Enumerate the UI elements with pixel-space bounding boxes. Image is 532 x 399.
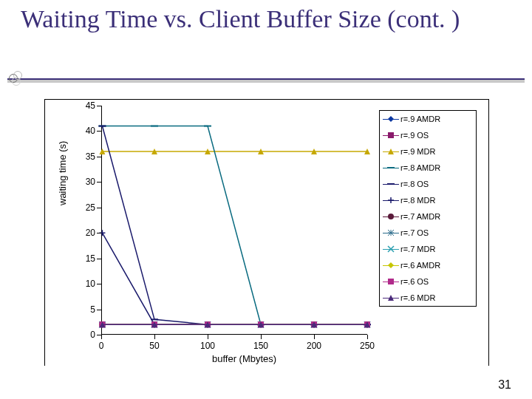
x-tick-label: 150 (253, 341, 268, 351)
legend-item: r=.7 MDR (380, 241, 476, 257)
legend-item: r=.6 AMDR (380, 257, 476, 273)
y-tick-label: 40 (86, 126, 95, 136)
legend-label: r=.6 MDR (399, 293, 473, 302)
legend-swatch (383, 276, 399, 287)
y-tick-label: 0 (90, 330, 95, 340)
y-tick (97, 233, 101, 233)
series-line (102, 126, 367, 325)
legend-item: r=.8 AMDR (380, 160, 476, 176)
svg-point-45 (388, 214, 394, 219)
y-tick-label: 45 (86, 100, 95, 111)
y-tick-label: 5 (90, 304, 95, 315)
legend-swatch (383, 244, 399, 254)
legend-swatch (383, 293, 399, 303)
legend-label: r=.7 AMDR (399, 212, 473, 221)
x-tick (154, 335, 155, 339)
svg-marker-44 (388, 149, 394, 154)
chart-frame: waiting time (s) buffer (Mbytes) 0510152… (44, 99, 489, 366)
legend-swatch (383, 163, 399, 173)
legend-item: r=.8 MDR (380, 192, 476, 208)
legend-label: r=.9 AMDR (399, 115, 473, 123)
svg-marker-42 (388, 116, 394, 122)
x-tick-label: 250 (360, 341, 375, 351)
decor-bubbles-icon (9, 71, 22, 84)
x-tick-label: 100 (200, 341, 215, 351)
legend-label: r=.9 OS (399, 131, 473, 140)
y-tick (97, 310, 101, 310)
legend-label: r=.8 AMDR (399, 163, 473, 172)
legend-item: r=.6 MDR (380, 290, 476, 306)
svg-marker-46 (388, 262, 394, 268)
legend-swatch (383, 179, 399, 189)
legend-label: r=.6 AMDR (399, 261, 473, 270)
x-axis-title: buffer (Mbytes) (212, 353, 276, 364)
y-tick-label: 25 (86, 202, 95, 213)
y-tick-label: 30 (86, 177, 95, 187)
x-tick (208, 335, 208, 339)
page-title: Waiting Time vs. Client Buffer Size (con… (21, 4, 517, 35)
legend-item: r=.7 OS (380, 225, 476, 241)
title-rule-shadow (7, 80, 525, 83)
legend-item: r=.9 AMDR (380, 111, 476, 127)
y-tick (97, 182, 101, 183)
legend-item: r=.9 OS (380, 127, 476, 143)
y-tick (97, 131, 101, 132)
legend-swatch (383, 228, 399, 238)
y-tick-label: 35 (86, 151, 95, 162)
legend-item: r=.6 OS (380, 273, 476, 290)
legend-label: r=.7 OS (399, 228, 473, 237)
legend-label: r=.8 MDR (399, 196, 473, 205)
y-tick (97, 106, 101, 106)
x-tick (101, 335, 102, 339)
legend-label: r=.6 OS (399, 277, 473, 286)
y-tick (97, 208, 101, 208)
y-tick-label: 20 (86, 228, 95, 238)
legend-label: r=.8 OS (399, 180, 473, 188)
y-tick (97, 157, 101, 157)
svg-marker-48 (388, 295, 394, 301)
legend-swatch (383, 130, 399, 140)
legend-swatch (383, 114, 399, 124)
y-tick (97, 284, 101, 284)
page-number: 31 (498, 378, 511, 392)
title-rule (7, 78, 525, 80)
x-tick-label: 200 (307, 341, 321, 351)
x-tick-label: 0 (99, 341, 104, 351)
svg-rect-47 (388, 279, 394, 284)
x-tick-label: 50 (149, 341, 159, 351)
x-tick (261, 335, 262, 339)
legend-item: r=.7 AMDR (380, 208, 476, 225)
y-tick-label: 15 (86, 253, 95, 264)
series-layer (101, 106, 367, 335)
legend-item: r=.8 OS (380, 176, 476, 192)
y-tick (97, 259, 101, 259)
legend-item: r=.9 MDR (380, 143, 476, 160)
legend-label: r=.9 MDR (399, 147, 473, 156)
svg-rect-43 (388, 132, 394, 138)
y-axis-title: waiting time (s) (57, 141, 68, 205)
x-tick (367, 335, 368, 339)
legend-swatch (383, 260, 399, 270)
x-tick (314, 335, 315, 339)
slide: Waiting Time vs. Client Buffer Size (con… (0, 0, 532, 399)
legend-swatch (383, 211, 399, 222)
legend-label: r=.7 MDR (399, 245, 473, 253)
legend-swatch (383, 195, 399, 205)
legend: r=.9 AMDR r=.9 OS r=.9 MDR r=.8 AMDR r=.… (379, 110, 477, 307)
y-tick-label: 10 (86, 279, 95, 289)
legend-swatch (383, 146, 399, 157)
plot-area: waiting time (s) buffer (Mbytes) 0510152… (101, 106, 367, 335)
series-line (102, 233, 367, 324)
